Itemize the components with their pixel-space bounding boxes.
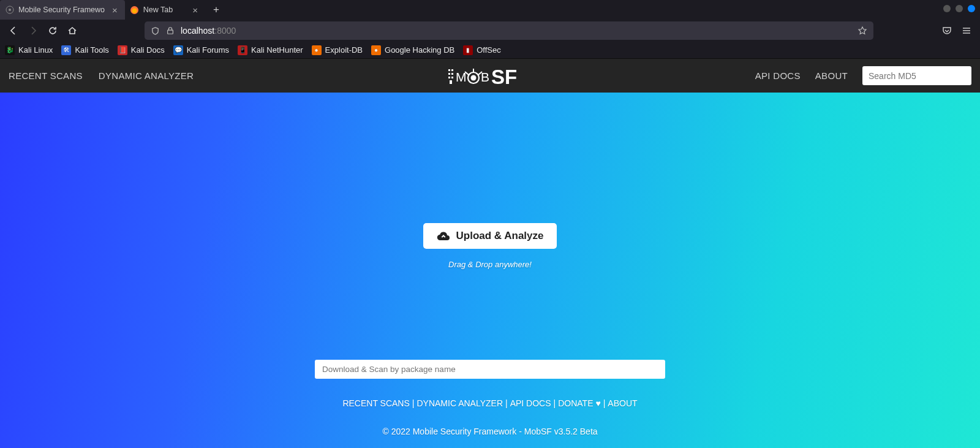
window-controls [943, 5, 975, 12]
svg-text:SF: SF [491, 66, 517, 88]
upload-analyze-button[interactable]: Upload & Analyze [423, 223, 557, 249]
tab-title: Mobile Security Framewo [18, 6, 105, 14]
cloud-upload-icon [437, 230, 450, 241]
bookmark-star-icon[interactable] [858, 26, 867, 36]
tab-new[interactable]: New Tab × [125, 0, 205, 20]
svg-rect-10 [451, 77, 453, 78]
nav-dynamic-analyzer[interactable]: DYNAMIC ANALYZER [99, 70, 194, 81]
bookmark-offsec[interactable]: ▮OffSec [463, 45, 501, 55]
mobsf-logo[interactable]: M B SF [447, 64, 533, 88]
bookmark-label: Kali Linux [18, 45, 53, 55]
bookmark-label: OffSec [477, 45, 501, 55]
svg-rect-11 [450, 80, 452, 84]
bookmark-kali-nethunter[interactable]: 📱Kali NetHunter [238, 45, 303, 55]
favicon-mobsf [5, 5, 15, 15]
url-bar[interactable]: localhost:8000 [145, 21, 873, 40]
bookmark-kali-tools[interactable]: 🛠Kali Tools [61, 45, 108, 55]
bookmark-label: Google Hacking DB [385, 45, 454, 55]
home-button[interactable] [64, 22, 81, 39]
url-host: localhost [181, 26, 214, 36]
footer-links: RECENT SCANS| DYNAMIC ANALYZER| API DOCS… [342, 398, 637, 408]
browser-navbar: localhost:8000 [0, 20, 980, 42]
tab-mobsf[interactable]: Mobile Security Framewo × [0, 0, 125, 20]
bookmark-label: Kali NetHunter [251, 45, 303, 55]
svg-text:B: B [481, 70, 489, 84]
svg-rect-4 [168, 30, 173, 34]
bookmark-label: Kali Tools [75, 45, 108, 55]
browser-tabstrip: Mobile Security Framewo × New Tab × + [0, 0, 980, 20]
svg-point-1 [9, 9, 11, 11]
bookmark-label: Exploit-DB [325, 45, 363, 55]
close-tab-icon[interactable]: × [190, 4, 200, 16]
back-button[interactable] [5, 22, 22, 39]
bookmarks-bar: 🐉Kali Linux 🛠Kali Tools 📕Kali Docs 💬Kali… [0, 42, 980, 59]
bookmark-kali-linux[interactable]: 🐉Kali Linux [5, 45, 53, 55]
bookmark-kali-docs[interactable]: 📕Kali Docs [118, 45, 165, 55]
bookmark-kali-forums[interactable]: 💬Kali Forums [173, 45, 229, 55]
footer-about[interactable]: ABOUT [608, 398, 637, 408]
window-maximize[interactable] [956, 5, 963, 12]
bookmark-ghdb[interactable]: ●Google Hacking DB [371, 45, 454, 55]
pocket-icon[interactable] [938, 22, 956, 39]
app-nav-left: RECENT SCANS DYNAMIC ANALYZER [9, 70, 194, 81]
close-tab-icon[interactable]: × [110, 4, 120, 16]
window-close[interactable] [968, 5, 975, 12]
window-minimize[interactable] [943, 5, 951, 12]
nav-recent-scans[interactable]: RECENT SCANS [9, 70, 83, 81]
nav-api-docs[interactable]: API DOCS [755, 70, 801, 81]
svg-rect-6 [451, 69, 453, 71]
svg-rect-9 [448, 77, 450, 78]
app-nav-right: API DOCS ABOUT [755, 66, 971, 85]
bookmark-label: Kali Forums [187, 45, 229, 55]
copyright-text: © 2022 Mobile Security Framework - MobSF… [382, 427, 597, 436]
svg-point-14 [471, 75, 477, 80]
footer-dynamic-analyzer[interactable]: DYNAMIC ANALYZER [417, 398, 503, 408]
favicon-firefox [130, 5, 140, 15]
bookmark-exploit-db[interactable]: ●Exploit-DB [312, 45, 363, 55]
svg-rect-7 [448, 73, 450, 75]
nav-about[interactable]: ABOUT [815, 70, 848, 81]
svg-rect-8 [451, 73, 453, 75]
footer-recent-scans[interactable]: RECENT SCANS [342, 398, 409, 408]
upload-label: Upload & Analyze [456, 230, 544, 242]
hamburger-menu-icon[interactable] [958, 22, 975, 39]
svg-point-3 [132, 8, 137, 13]
footer-donate[interactable]: DONATE ♥ [558, 398, 601, 408]
bookmark-label: Kali Docs [131, 45, 165, 55]
svg-rect-5 [448, 69, 450, 71]
tab-title: New Tab [143, 6, 173, 14]
hero-section: Upload & Analyze Drag & Drop anywhere! R… [0, 93, 980, 448]
package-scan-input[interactable] [315, 360, 665, 379]
url-port: :8000 [214, 26, 236, 36]
footer-api-docs[interactable]: API DOCS [510, 398, 551, 408]
lock-icon [166, 26, 175, 35]
search-md5-input[interactable] [862, 66, 971, 85]
new-tab-button[interactable]: + [209, 2, 224, 17]
reload-button[interactable] [44, 22, 61, 39]
shield-icon [151, 26, 160, 36]
forward-button[interactable] [24, 22, 42, 39]
dragdrop-hint: Drag & Drop anywhere! [423, 260, 557, 269]
app-header: RECENT SCANS DYNAMIC ANALYZER M B SF API… [0, 59, 980, 93]
